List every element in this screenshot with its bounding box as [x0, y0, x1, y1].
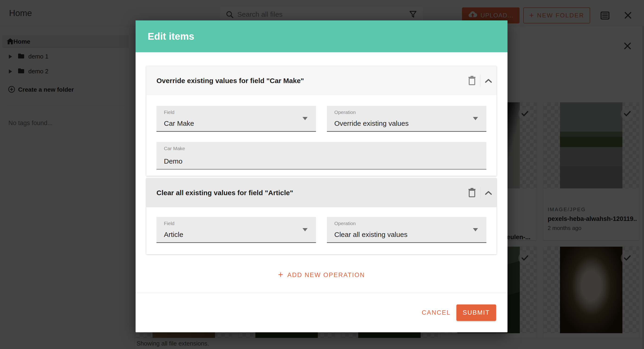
field-select[interactable]: Field Article — [156, 217, 316, 243]
collapse-operation-button[interactable] — [480, 66, 496, 95]
operation-card-header: Clear all existing values for field "Art… — [146, 178, 496, 207]
select-value: Article — [164, 231, 183, 239]
dropdown-arrow-icon — [302, 117, 308, 120]
delete-operation-button[interactable] — [464, 66, 480, 95]
operation-select[interactable]: Operation Clear all existing values — [327, 217, 486, 243]
field-select[interactable]: Field Car Make — [156, 106, 316, 132]
trash-icon — [468, 188, 476, 198]
operation-select[interactable]: Operation Override existing values — [327, 106, 486, 132]
add-new-operation-label: ADD NEW OPERATION — [288, 272, 365, 279]
operation-title: Clear all existing values for field "Art… — [156, 189, 293, 197]
dialog-title: Edit items — [148, 20, 194, 52]
delete-operation-button[interactable] — [464, 178, 480, 207]
dialog-header: Edit items — [136, 20, 508, 52]
operation-card-header: Override existing values for field "Car … — [146, 66, 496, 95]
operation-title: Override existing values for field "Car … — [156, 77, 304, 85]
footer-divider — [136, 293, 508, 293]
collapse-operation-button[interactable] — [480, 178, 496, 207]
cancel-button-label: CANCEL — [422, 309, 451, 316]
submit-button-label: SUBMIT — [463, 309, 490, 316]
select-label: Field — [164, 221, 174, 226]
select-label: Operation — [334, 221, 356, 226]
select-label: Field — [164, 109, 174, 115]
dropdown-arrow-icon — [473, 117, 478, 120]
screen: Home UPLOAD... + NEW FOLDER — [0, 0, 644, 349]
select-label: Operation — [334, 109, 356, 115]
input-value: Demo — [164, 157, 182, 165]
select-value: Clear all existing values — [334, 231, 408, 239]
operation-card-2: Clear all existing values for field "Art… — [146, 178, 496, 254]
edit-items-dialog: Edit items Override existing values for … — [136, 20, 508, 332]
chevron-up-icon — [485, 78, 492, 83]
dropdown-arrow-icon — [302, 228, 308, 231]
plus-icon: + — [278, 270, 283, 280]
cancel-button[interactable]: CANCEL — [421, 305, 451, 321]
add-new-operation-button[interactable]: + ADD NEW OPERATION — [136, 269, 508, 281]
operation-card-1: Override existing values for field "Car … — [146, 66, 496, 176]
select-value: Car Make — [164, 119, 194, 127]
input-label: Car Make — [164, 146, 185, 151]
dropdown-arrow-icon — [473, 228, 478, 231]
chevron-up-icon — [485, 191, 492, 195]
submit-button[interactable]: SUBMIT — [456, 305, 496, 321]
trash-icon — [468, 76, 476, 86]
value-input[interactable]: Car Make Demo — [156, 142, 486, 170]
select-value: Override existing values — [334, 119, 408, 127]
